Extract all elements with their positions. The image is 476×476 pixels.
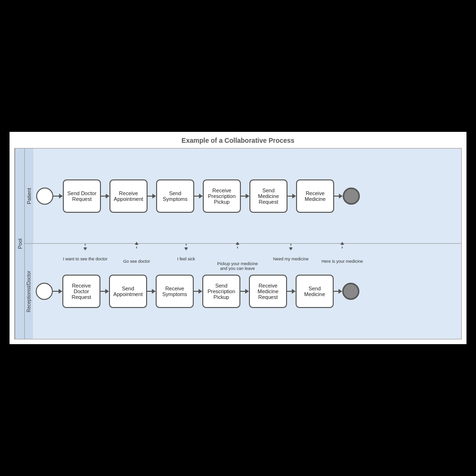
receptionist-lane-label: Receptionist/Doctor [24,244,33,339]
receptionist-task-receive-symptoms[interactable]: ReceiveSymptoms [156,275,194,308]
receptionist-start-event [36,283,53,300]
arrow1 [53,194,63,198]
receptionist-end-event [342,283,359,300]
r-arrow6 [287,289,296,294]
r-arrow1 [53,289,62,294]
patient-task-receive-appointment[interactable]: ReceiveAppointment [109,179,148,213]
patient-end-event [343,188,360,205]
patient-task-receive-medicine[interactable]: ReceiveMedicine [296,179,334,213]
arrow5 [241,194,249,198]
arrow7 [334,194,343,198]
pool-lanes: Patient Send DoctorRequest [24,149,461,339]
patient-flow-row: Send DoctorRequest ReceiveAppointment [36,179,458,213]
receptionist-flow-row: Receive DoctorRequest SendAppointment [36,275,458,308]
receptionist-task-send-medicine[interactable]: SendMedicine [296,275,334,308]
r-arrow5 [240,289,249,294]
patient-lane-content: Send DoctorRequest ReceiveAppointment [33,149,461,243]
receptionist-task-receive-medicine-request[interactable]: ReceiveMedicineRequest [249,275,287,308]
pool-label: Pool [15,149,24,339]
r-arrow3 [147,289,156,294]
arrow4 [194,194,203,198]
patient-start-event [36,188,53,205]
pool-outer: Pool Patient [14,148,462,339]
arrow6 [288,194,296,198]
r-arrow4 [194,289,202,294]
patient-task-receive-prescription-pickup[interactable]: ReceivePrescriptionPickup [203,179,241,213]
r-arrow2 [100,289,109,294]
page: Example of a Collaborative Process Pool … [0,0,476,476]
receptionist-task-send-prescription-pickup[interactable]: SendPrescriptionPickup [202,275,240,308]
r-arrow7 [334,289,342,294]
receptionist-lane-content: Receive DoctorRequest SendAppointment [33,244,461,339]
diagram-title: Example of a Collaborative Process [14,137,462,144]
patient-task-send-medicine-request[interactable]: Send MedicineRequest [249,179,288,213]
arrow3 [148,194,156,198]
receptionist-task-send-appointment[interactable]: SendAppointment [109,275,147,308]
diagram-container: Example of a Collaborative Process Pool … [10,132,466,344]
patient-task-send-doctor-request[interactable]: Send DoctorRequest [63,179,101,213]
receptionist-task-receive-doctor-request[interactable]: Receive DoctorRequest [62,275,100,308]
receptionist-lane: Receptionist/Doctor Receive DoctorRequ [24,244,461,339]
arrow2 [101,194,109,198]
patient-lane-label: Patient [24,149,33,243]
patient-task-send-symptoms[interactable]: SendSymptoms [156,179,194,213]
patient-lane: Patient Send DoctorRequest [24,149,461,244]
